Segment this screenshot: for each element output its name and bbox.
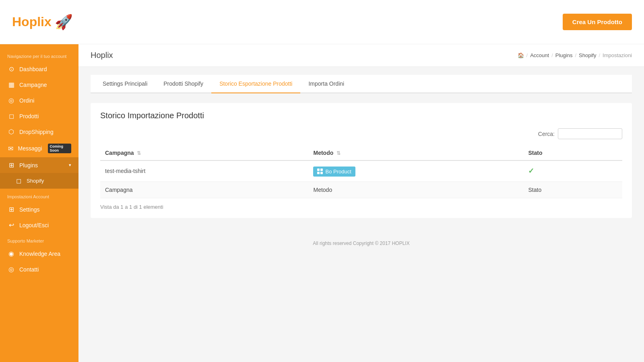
- breadcrumb-impostazioni: Impostazioni: [603, 52, 632, 58]
- col-stato: Stato: [523, 146, 622, 160]
- sidebar-item-label: Prodotti: [19, 113, 39, 119]
- sidebar-item-plugins[interactable]: ⊞ Plugins ▾: [0, 157, 78, 173]
- sidebar-item-campagne[interactable]: ▦ Campagne: [0, 77, 78, 93]
- plugins-icon: ⊞: [7, 161, 15, 169]
- sidebar-item-label: Messaggi: [18, 145, 42, 152]
- logout-icon: ↩: [7, 221, 15, 229]
- breadcrumb-sep: /: [599, 52, 600, 58]
- layout: Navigazione per il tuo account ⊙ Dashboa…: [0, 44, 644, 362]
- top-header: Hoplix 🚀 Crea Un Prodotto: [0, 0, 644, 44]
- settings-icon: ⊞: [7, 206, 15, 213]
- sidebar-item-label: Logout/Esci: [19, 222, 49, 228]
- breadcrumb-plugins[interactable]: Plugins: [555, 52, 573, 58]
- contatti-icon: ◎: [7, 265, 15, 273]
- sidebar-item-label: Settings: [19, 206, 40, 213]
- sidebar: Navigazione per il tuo account ⊙ Dashboa…: [0, 44, 78, 362]
- search-label: Cerca:: [538, 131, 555, 137]
- sidebar-item-contatti[interactable]: ◎ Contatti: [0, 261, 78, 277]
- breadcrumb-shopify[interactable]: Shopify: [579, 52, 596, 58]
- ordini-icon: ◎: [7, 97, 15, 104]
- breadcrumb-account[interactable]: Account: [530, 52, 549, 58]
- sidebar-item-prodotti[interactable]: ◻ Prodotti: [0, 108, 78, 124]
- breadcrumb: 🏠 / Account / Plugins / Shopify / Impost…: [518, 52, 632, 58]
- main-content: Hoplix 🏠 / Account / Plugins / Shopify /…: [78, 44, 644, 362]
- sidebar-item-shopify[interactable]: ◻ Shopify: [0, 173, 78, 189]
- products-table: Campagna ⇅ Metodo ⇅ Stato: [100, 146, 622, 198]
- tab-prodotti-shopify[interactable]: Prodotti Shopify: [155, 75, 211, 93]
- sort-icon[interactable]: ⇅: [137, 150, 141, 156]
- cell-campagna-dup: Campagna: [100, 181, 308, 198]
- logo-icon: 🚀: [55, 14, 73, 31]
- content-area: Settings Principali Prodotti Shopify Sto…: [78, 67, 644, 226]
- table-section: Storico Importazione Prodotti Cerca: Cam…: [91, 103, 632, 218]
- sidebar-item-knowledge[interactable]: ◉ Knowledge Area: [0, 246, 78, 261]
- tab-importa-ordini[interactable]: Importa Ordini: [300, 75, 352, 93]
- sidebar-item-messaggi[interactable]: ✉ Messaggi Coming Soon: [0, 140, 78, 157]
- logo-area: Hoplix 🚀: [12, 14, 73, 31]
- page-footer: All rights reserved Copyright © 2017 HOP…: [78, 234, 644, 253]
- home-icon[interactable]: 🏠: [518, 52, 524, 58]
- table-row: test-media-tshirt Bo Product: [100, 160, 622, 181]
- search-input[interactable]: [558, 128, 622, 139]
- cell-metodo: Bo Product: [308, 160, 523, 181]
- nav-section-label: Navigazione per il tuo account: [0, 48, 78, 61]
- cell-metodo-dup: Metodo: [308, 181, 523, 198]
- section-title: Storico Importazione Prodotti: [100, 111, 622, 120]
- support-section-label: Supporto Marketer: [0, 233, 78, 246]
- tab-storico-esportazione[interactable]: Storico Esportazione Prodotti: [211, 75, 300, 93]
- col-metodo: Metodo ⇅: [308, 146, 523, 160]
- sidebar-item-label: Dashboard: [19, 66, 47, 72]
- breadcrumb-sep: /: [551, 52, 553, 58]
- campagne-icon: ▦: [7, 81, 15, 88]
- knowledge-icon: ◉: [7, 250, 15, 257]
- sort-icon[interactable]: ⇅: [336, 150, 341, 156]
- breadcrumb-sep: /: [526, 52, 528, 58]
- dashboard-icon: ⊙: [7, 65, 15, 73]
- search-row: Cerca:: [100, 128, 622, 139]
- messaggi-icon: ✉: [7, 145, 14, 152]
- cell-stato-dup: Stato: [523, 181, 622, 198]
- table-header-row: Campagna ⇅ Metodo ⇅ Stato: [100, 146, 622, 160]
- dropshipping-icon: ⬡: [7, 128, 15, 136]
- chevron-down-icon: ▾: [69, 162, 71, 168]
- col-campagna: Campagna ⇅: [100, 146, 308, 160]
- vista-text: Vista da 1 a 1 di 1 elementi: [100, 204, 163, 210]
- logo-text: Hoplix: [12, 14, 52, 29]
- sidebar-item-label: Shopify: [27, 178, 44, 184]
- sidebar-item-dashboard[interactable]: ⊙ Dashboard: [0, 61, 78, 77]
- page-header: Hoplix 🏠 / Account / Plugins / Shopify /…: [78, 44, 644, 67]
- cell-stato: ✓: [523, 160, 622, 181]
- sidebar-item-dropshipping[interactable]: ⬡ DropShipping: [0, 124, 78, 140]
- tabs: Settings Principali Prodotti Shopify Sto…: [91, 75, 632, 93]
- account-section-label: Impostazioni Account: [0, 189, 78, 202]
- sidebar-item-label: Contatti: [19, 266, 39, 273]
- sidebar-item-label: Plugins: [19, 162, 38, 169]
- sidebar-item-logout[interactable]: ↩ Logout/Esci: [0, 217, 78, 233]
- prodotti-icon: ◻: [7, 112, 15, 120]
- sidebar-item-label: Knowledge Area: [19, 251, 60, 257]
- grid-icon: [317, 169, 323, 174]
- footer-row: Vista da 1 a 1 di 1 elementi: [100, 198, 622, 210]
- page-title: Hoplix: [91, 51, 113, 60]
- table-row-duplicate: Campagna Metodo Stato: [100, 181, 622, 198]
- sidebar-item-label: Campagne: [19, 82, 47, 88]
- check-icon: ✓: [528, 167, 534, 175]
- sidebar-item-ordini[interactable]: ◎ Ordini: [0, 93, 78, 108]
- breadcrumb-sep: /: [575, 52, 576, 58]
- sidebar-item-settings[interactable]: ⊞ Settings: [0, 202, 78, 217]
- crea-prodotto-button[interactable]: Crea Un Prodotto: [563, 14, 632, 30]
- tab-settings-principali[interactable]: Settings Principali: [95, 75, 155, 93]
- coming-soon-badge: Coming Soon: [48, 144, 72, 153]
- method-badge: Bo Product: [313, 167, 355, 177]
- sidebar-item-label: Ordini: [19, 97, 34, 104]
- sidebar-item-label: DropShipping: [19, 129, 54, 135]
- cell-campagna: test-media-tshirt: [100, 160, 308, 181]
- shopify-icon: ◻: [14, 177, 23, 185]
